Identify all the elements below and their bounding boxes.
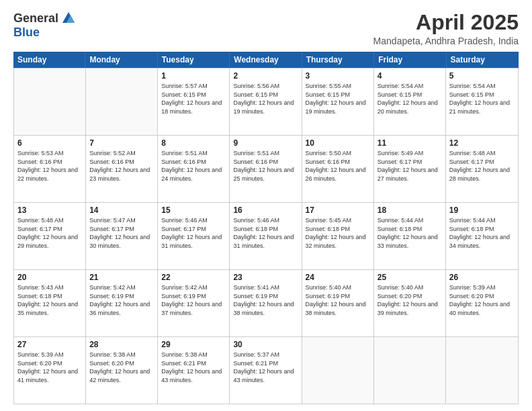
day-info: Sunrise: 5:48 AM Sunset: 6:17 PM Dayligh… xyxy=(449,149,515,183)
calendar-day-18: 18Sunrise: 5:44 AM Sunset: 6:18 PM Dayli… xyxy=(374,203,446,269)
logo-blue-text: Blue xyxy=(13,26,40,40)
calendar-day-12: 12Sunrise: 5:48 AM Sunset: 6:17 PM Dayli… xyxy=(446,136,518,202)
day-number: 2 xyxy=(233,71,298,81)
day-number: 5 xyxy=(449,71,515,81)
calendar-day-26: 26Sunrise: 5:39 AM Sunset: 6:20 PM Dayli… xyxy=(446,270,518,336)
day-number: 1 xyxy=(161,71,226,81)
page: General Blue April 2025 Mandapeta, Andhr… xyxy=(0,0,532,411)
day-number: 13 xyxy=(17,205,82,215)
calendar-day-24: 24Sunrise: 5:40 AM Sunset: 6:19 PM Dayli… xyxy=(302,270,374,336)
day-info: Sunrise: 5:42 AM Sunset: 6:19 PM Dayligh… xyxy=(161,283,226,317)
weekday-header-saturday: Saturday xyxy=(447,52,519,68)
day-info: Sunrise: 5:46 AM Sunset: 6:18 PM Dayligh… xyxy=(233,216,298,250)
day-info: Sunrise: 5:39 AM Sunset: 6:20 PM Dayligh… xyxy=(17,351,82,384)
calendar-day-20: 20Sunrise: 5:43 AM Sunset: 6:18 PM Dayli… xyxy=(14,270,86,336)
day-info: Sunrise: 5:43 AM Sunset: 6:18 PM Dayligh… xyxy=(17,283,82,317)
calendar-day-19: 19Sunrise: 5:44 AM Sunset: 6:18 PM Dayli… xyxy=(446,203,518,269)
day-info: Sunrise: 5:40 AM Sunset: 6:19 PM Dayligh… xyxy=(306,283,370,317)
day-info: Sunrise: 5:45 AM Sunset: 6:18 PM Dayligh… xyxy=(306,216,370,250)
weekday-header-thursday: Thursday xyxy=(302,52,374,68)
day-number: 7 xyxy=(89,138,154,148)
day-info: Sunrise: 5:55 AM Sunset: 6:15 PM Dayligh… xyxy=(306,82,370,116)
day-info: Sunrise: 5:49 AM Sunset: 6:17 PM Dayligh… xyxy=(378,149,442,183)
calendar-day-21: 21Sunrise: 5:42 AM Sunset: 6:19 PM Dayli… xyxy=(86,270,158,336)
day-number: 3 xyxy=(306,71,370,81)
calendar-day-9: 9Sunrise: 5:51 AM Sunset: 6:16 PM Daylig… xyxy=(230,136,302,202)
day-number: 25 xyxy=(378,273,442,282)
calendar-day-13: 13Sunrise: 5:48 AM Sunset: 6:17 PM Dayli… xyxy=(14,203,86,269)
day-info: Sunrise: 5:42 AM Sunset: 6:19 PM Dayligh… xyxy=(89,283,154,317)
day-number: 27 xyxy=(17,340,82,349)
calendar-week-3: 13Sunrise: 5:48 AM Sunset: 6:17 PM Dayli… xyxy=(14,202,518,269)
calendar-day-17: 17Sunrise: 5:45 AM Sunset: 6:18 PM Dayli… xyxy=(302,203,374,269)
day-info: Sunrise: 5:54 AM Sunset: 6:15 PM Dayligh… xyxy=(449,82,515,116)
day-info: Sunrise: 5:54 AM Sunset: 6:15 PM Dayligh… xyxy=(378,82,442,116)
calendar-day-28: 28Sunrise: 5:38 AM Sunset: 6:20 PM Dayli… xyxy=(86,337,158,404)
day-number: 20 xyxy=(17,273,82,282)
calendar-week-4: 20Sunrise: 5:43 AM Sunset: 6:18 PM Dayli… xyxy=(14,269,518,336)
calendar-day-30: 30Sunrise: 5:37 AM Sunset: 6:21 PM Dayli… xyxy=(230,337,302,404)
calendar-body: 1Sunrise: 5:57 AM Sunset: 6:15 PM Daylig… xyxy=(13,68,519,404)
calendar-day-empty xyxy=(374,337,446,404)
weekday-header-wednesday: Wednesday xyxy=(230,52,302,68)
calendar-week-5: 27Sunrise: 5:39 AM Sunset: 6:20 PM Dayli… xyxy=(14,336,518,404)
day-number: 21 xyxy=(89,273,154,282)
calendar-subtitle: Mandapeta, Andhra Pradesh, India xyxy=(373,36,519,46)
calendar-day-1: 1Sunrise: 5:57 AM Sunset: 6:15 PM Daylig… xyxy=(158,68,230,135)
calendar-day-empty xyxy=(86,68,158,135)
day-number: 30 xyxy=(233,340,298,349)
day-number: 17 xyxy=(306,205,370,215)
day-info: Sunrise: 5:41 AM Sunset: 6:19 PM Dayligh… xyxy=(233,283,298,317)
day-number: 24 xyxy=(306,273,370,282)
day-number: 12 xyxy=(449,138,515,148)
calendar-day-5: 5Sunrise: 5:54 AM Sunset: 6:15 PM Daylig… xyxy=(446,68,518,135)
calendar-day-14: 14Sunrise: 5:47 AM Sunset: 6:17 PM Dayli… xyxy=(86,203,158,269)
calendar-day-7: 7Sunrise: 5:52 AM Sunset: 6:16 PM Daylig… xyxy=(86,136,158,202)
day-info: Sunrise: 5:39 AM Sunset: 6:20 PM Dayligh… xyxy=(449,283,515,317)
day-number: 15 xyxy=(161,205,226,215)
calendar-week-2: 6Sunrise: 5:53 AM Sunset: 6:16 PM Daylig… xyxy=(14,135,518,202)
day-info: Sunrise: 5:50 AM Sunset: 6:16 PM Dayligh… xyxy=(306,149,370,183)
day-number: 16 xyxy=(233,205,298,215)
weekday-header-sunday: Sunday xyxy=(13,52,85,68)
day-number: 10 xyxy=(306,138,370,148)
day-info: Sunrise: 5:38 AM Sunset: 6:21 PM Dayligh… xyxy=(161,351,226,384)
weekday-header-monday: Monday xyxy=(85,52,157,68)
day-info: Sunrise: 5:37 AM Sunset: 6:21 PM Dayligh… xyxy=(233,351,298,384)
day-number: 8 xyxy=(161,138,226,148)
day-number: 6 xyxy=(17,138,82,148)
day-number: 14 xyxy=(89,205,154,215)
day-number: 18 xyxy=(378,205,442,215)
calendar-day-15: 15Sunrise: 5:46 AM Sunset: 6:17 PM Dayli… xyxy=(158,203,230,269)
calendar-day-2: 2Sunrise: 5:56 AM Sunset: 6:15 PM Daylig… xyxy=(230,68,302,135)
calendar-day-empty xyxy=(302,337,374,404)
header: General Blue April 2025 Mandapeta, Andhr… xyxy=(13,11,519,46)
day-info: Sunrise: 5:44 AM Sunset: 6:18 PM Dayligh… xyxy=(449,216,515,250)
day-number: 26 xyxy=(449,273,515,282)
weekday-header-friday: Friday xyxy=(374,52,446,68)
day-info: Sunrise: 5:44 AM Sunset: 6:18 PM Dayligh… xyxy=(378,216,442,250)
day-info: Sunrise: 5:38 AM Sunset: 6:20 PM Dayligh… xyxy=(89,351,154,384)
day-number: 9 xyxy=(233,138,298,148)
day-info: Sunrise: 5:48 AM Sunset: 6:17 PM Dayligh… xyxy=(17,216,82,250)
day-info: Sunrise: 5:46 AM Sunset: 6:17 PM Dayligh… xyxy=(161,216,226,250)
day-number: 29 xyxy=(161,340,226,349)
calendar: SundayMondayTuesdayWednesdayThursdayFrid… xyxy=(13,52,519,404)
day-number: 28 xyxy=(89,340,154,349)
weekday-header-tuesday: Tuesday xyxy=(158,52,230,68)
logo: General Blue xyxy=(13,11,76,40)
calendar-day-8: 8Sunrise: 5:51 AM Sunset: 6:16 PM Daylig… xyxy=(158,136,230,202)
day-info: Sunrise: 5:57 AM Sunset: 6:15 PM Dayligh… xyxy=(161,82,226,116)
calendar-day-empty xyxy=(14,68,86,135)
day-info: Sunrise: 5:47 AM Sunset: 6:17 PM Dayligh… xyxy=(89,216,154,250)
calendar-header: SundayMondayTuesdayWednesdayThursdayFrid… xyxy=(13,52,519,68)
day-info: Sunrise: 5:51 AM Sunset: 6:16 PM Dayligh… xyxy=(161,149,226,183)
day-info: Sunrise: 5:53 AM Sunset: 6:16 PM Dayligh… xyxy=(17,149,82,183)
calendar-day-3: 3Sunrise: 5:55 AM Sunset: 6:15 PM Daylig… xyxy=(302,68,374,135)
day-info: Sunrise: 5:56 AM Sunset: 6:15 PM Dayligh… xyxy=(233,82,298,116)
day-number: 19 xyxy=(449,205,515,215)
calendar-day-11: 11Sunrise: 5:49 AM Sunset: 6:17 PM Dayli… xyxy=(374,136,446,202)
calendar-day-25: 25Sunrise: 5:40 AM Sunset: 6:20 PM Dayli… xyxy=(374,270,446,336)
day-info: Sunrise: 5:51 AM Sunset: 6:16 PM Dayligh… xyxy=(233,149,298,183)
day-info: Sunrise: 5:52 AM Sunset: 6:16 PM Dayligh… xyxy=(89,149,154,183)
